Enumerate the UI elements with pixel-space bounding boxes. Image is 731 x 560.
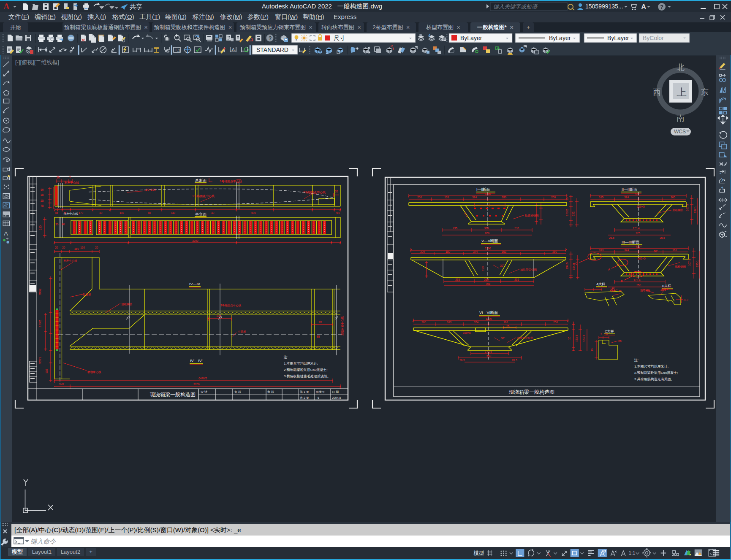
svg-text:1.本图尺寸均以厘米计;: 1.本图尺寸均以厘米计; xyxy=(284,362,318,365)
svg-text:225: 225 xyxy=(636,232,640,235)
svg-text:374: 374 xyxy=(624,196,629,199)
svg-text:165: 165 xyxy=(599,196,603,199)
svg-text:700: 700 xyxy=(634,192,639,195)
svg-text:现浇箱梁一般构造图: 现浇箱梁一般构造图 xyxy=(150,392,196,398)
svg-text:550: 550 xyxy=(486,354,491,357)
svg-text:30: 30 xyxy=(99,211,103,214)
svg-text:图类号: 图类号 xyxy=(316,390,325,394)
svg-text:模型: 模型 xyxy=(473,550,484,556)
svg-text:支座中心线: 支座中心线 xyxy=(63,259,77,262)
svg-text:790/2: 790/2 xyxy=(38,288,41,295)
svg-text:163: 163 xyxy=(503,321,508,324)
svg-text:3200: 3200 xyxy=(192,239,198,242)
svg-text:350: 350 xyxy=(484,227,489,230)
svg-text:100: 100 xyxy=(59,382,64,385)
svg-text:键入关键字或短语: 键入关键字或短语 xyxy=(493,3,538,10)
svg-text:B: B xyxy=(621,280,623,283)
svg-text:北: 北 xyxy=(677,63,685,72)
svg-text:边腹板钢筋: 边腹板钢筋 xyxy=(525,214,539,217)
svg-text:163: 163 xyxy=(599,249,603,252)
svg-text:A大样: A大样 xyxy=(596,282,605,286)
svg-text:桥墩中心线: 桥墩中心线 xyxy=(87,371,101,374)
svg-text:V—V断面: V—V断面 xyxy=(481,239,498,243)
svg-text:A: A xyxy=(641,3,646,11)
svg-text:20: 20 xyxy=(62,246,65,249)
svg-text:顶板钢筋: 顶板钢筋 xyxy=(121,303,133,306)
svg-text:190: 190 xyxy=(216,314,221,317)
svg-text:600: 600 xyxy=(251,211,256,214)
svg-text:3700: 3700 xyxy=(193,383,200,386)
svg-text:20: 20 xyxy=(55,246,58,249)
svg-text:374: 374 xyxy=(474,321,478,324)
svg-text:6: 6 xyxy=(318,396,319,399)
svg-text:75.1: 75.1 xyxy=(463,212,468,218)
svg-text:共 2 页: 共 2 页 xyxy=(300,396,309,400)
svg-text:100×5: 100×5 xyxy=(638,257,646,260)
svg-text:设 计: 设 计 xyxy=(201,390,207,393)
svg-text:163: 163 xyxy=(672,249,677,252)
svg-text:197.5: 197.5 xyxy=(565,262,568,269)
svg-text:ByLayer: ByLayer xyxy=(607,35,629,41)
svg-text:边腹板: 边腹板 xyxy=(83,293,91,296)
svg-text:?: ? xyxy=(660,4,663,10)
svg-text:ByColor: ByColor xyxy=(643,35,664,41)
svg-text:上: 上 xyxy=(677,87,687,98)
svg-text:235: 235 xyxy=(514,278,519,281)
svg-text:152: 152 xyxy=(572,211,575,216)
svg-text:3号锚固点中心线: 3号锚固点中心线 xyxy=(220,180,242,183)
svg-text:2号锚固点中心线: 2号锚固点中心线 xyxy=(303,191,326,194)
svg-text:半立面: 半立面 xyxy=(195,212,207,216)
svg-text:3.横隔板接缝凿毛处理后浇筑。: 3.横隔板接缝凿毛处理后浇筑。 xyxy=(284,374,331,378)
svg-text:3号锚固点中心线: 3号锚固点中心线 xyxy=(220,304,242,307)
svg-text:中隔板: 中隔板 xyxy=(238,330,246,333)
svg-text:2004.5: 2004.5 xyxy=(332,396,341,399)
svg-text:165: 165 xyxy=(444,196,449,199)
svg-text:350/2: 350/2 xyxy=(38,357,41,364)
svg-text:180: 180 xyxy=(446,250,450,253)
svg-text:200: 200 xyxy=(420,250,425,253)
svg-text:110: 110 xyxy=(120,211,124,214)
svg-text:6440/2: 6440/2 xyxy=(198,377,207,380)
svg-text:[-][俯视][二维线框]: [-][俯视][二维线框] xyxy=(15,59,59,65)
svg-text:200: 200 xyxy=(551,196,556,199)
svg-text:235: 235 xyxy=(453,227,457,230)
svg-text:50: 50 xyxy=(605,333,608,335)
svg-text:底板钢筋: 底板钢筋 xyxy=(675,265,686,268)
svg-text:台座中心线: 台座中心线 xyxy=(63,212,78,216)
svg-text:163: 163 xyxy=(502,250,506,253)
svg-text:A: A xyxy=(4,230,8,237)
svg-text:235: 235 xyxy=(455,278,460,281)
svg-text:173.2: 173.2 xyxy=(565,209,568,216)
svg-text:底板钢筋: 底板钢筋 xyxy=(672,208,684,211)
svg-text:II—II断面: II—II断面 xyxy=(622,187,637,192)
svg-text:170/2: 170/2 xyxy=(38,320,41,327)
svg-text:374: 374 xyxy=(472,196,477,199)
svg-text:IV'—IV': IV'—IV' xyxy=(190,359,203,363)
svg-text:共享: 共享 xyxy=(130,3,142,10)
svg-text:708: 708 xyxy=(486,282,490,285)
svg-text:I—I断面: I—I断面 xyxy=(476,187,490,192)
svg-text:180: 180 xyxy=(502,196,506,199)
svg-text:总断面: 总断面 xyxy=(195,179,207,183)
svg-text:波纹管定位筋: 波纹管定位筋 xyxy=(517,336,534,340)
svg-text:35: 35 xyxy=(41,193,44,196)
svg-text:75: 75 xyxy=(41,204,44,207)
svg-text:26.5: 26.5 xyxy=(609,236,614,239)
svg-text:40: 40 xyxy=(211,211,215,214)
svg-text:预埋钢板: 预埋钢板 xyxy=(640,289,650,292)
svg-text:VI—VI断面: VI—VI断面 xyxy=(479,311,498,315)
svg-text:250: 250 xyxy=(636,284,641,287)
svg-text:163: 163 xyxy=(447,321,451,324)
svg-text:南: 南 xyxy=(677,114,685,123)
svg-text:第 1 页: 第 1 页 xyxy=(300,390,309,394)
svg-text:173.4: 173.4 xyxy=(485,350,492,353)
svg-text:30°: 30° xyxy=(501,337,505,340)
svg-text:波纹管定位筋: 波纹管定位筋 xyxy=(520,268,537,271)
svg-text:审 核: 审 核 xyxy=(267,390,274,394)
svg-text:235: 235 xyxy=(514,227,519,230)
svg-text:20: 20 xyxy=(95,246,98,249)
svg-text:30°: 30° xyxy=(500,264,504,267)
svg-text:40: 40 xyxy=(148,211,151,214)
svg-text:20: 20 xyxy=(319,321,322,324)
svg-text:95: 95 xyxy=(317,335,320,338)
